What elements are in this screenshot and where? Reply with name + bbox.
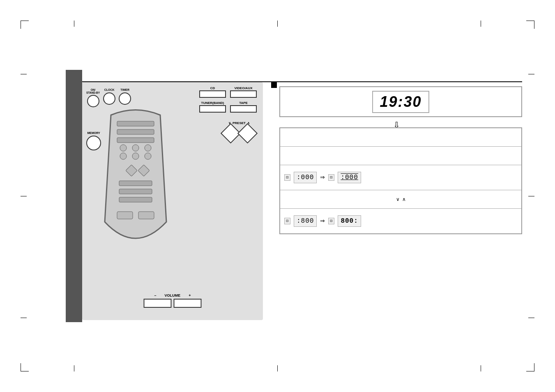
source-buttons: CD VIDEO/AUX TUNER(BAND) TAPE [199,86,257,113]
display-box-1: 19:30 [279,86,522,117]
volume-text: VOLUME [165,293,181,297]
svg-point-8 [145,153,151,159]
video-aux-button-group: VIDEO/AUX [230,86,257,98]
svg-rect-14 [117,212,133,219]
preset-diamonds [223,126,255,141]
timer-label: TIMER [120,88,129,92]
memory-label: MEMORY [87,131,100,135]
svg-rect-2 [117,138,154,143]
step-row-4: ∨ ∧ [280,190,521,209]
cd-button[interactable] [199,90,226,98]
lcd-icon-3: ⊡ [284,218,290,224]
volume-label-row: – VOLUME + [154,293,191,297]
svg-rect-1 [117,129,154,134]
lcd-icon-4: ⊡ [328,218,334,224]
v-symbol: ∨ [396,196,400,203]
reg-left-mid [21,196,27,196]
display-box-2: ⊡ :000 ⇒ ⊡ :000 ∨ ∧ ⊡ :800 ⇒ ⊡ 800: [279,127,522,234]
tuner-band-label: TUNER(BAND) [201,101,224,105]
cd-label: CD [210,86,215,90]
svg-rect-12 [119,189,152,194]
step-row-3: ⊡ :000 ⇒ ⊡ :000 [280,165,521,190]
timer-group: TIMER [119,88,131,105]
step-row-5: ⊡ :800 ⇒ ⊡ 800: [280,209,521,233]
time-display: 19:30 [372,91,429,113]
svg-point-4 [132,145,139,151]
lcd-before-2: :800 [294,215,317,227]
reg-top-left [74,21,74,27]
clock-label: CLOCK [104,88,115,92]
reg-left-top [21,74,27,74]
video-aux-button[interactable] [230,90,257,98]
reg-bot-right [481,365,481,371]
clock-button[interactable] [103,92,115,105]
svg-point-5 [145,145,151,151]
arrow-1: ⇒ [320,173,325,182]
reg-top-right [481,21,481,27]
volume-up-button[interactable] [174,299,202,308]
reg-right-top [528,74,534,74]
corner-mark-tl [21,21,29,29]
preset-label: PRESET [233,121,246,125]
on-standby-label: ON/STAND-BY [86,88,100,94]
on-standby-button[interactable] [87,95,99,107]
volume-button-row [144,299,202,308]
arrow-2: ⇒ [320,217,325,225]
clock-group: CLOCK [103,88,115,105]
volume-down-button[interactable] [144,299,172,308]
source-row-1: CD VIDEO/AUX [199,86,257,98]
reg-bot-left [74,365,74,371]
on-standby-group: ON/STAND-BY [86,88,100,107]
lcd-icon-1: ⊡ [284,174,290,180]
svg-point-6 [120,153,127,159]
cd-button-group: CD [199,86,226,98]
reg-bot-mid [277,365,278,371]
tuner-band-button-group: TUNER(BAND) [199,101,226,113]
reg-right-mid [528,196,534,196]
svg-rect-13 [119,197,152,202]
step-row-5-inner: ⊡ :800 ⇒ ⊡ 800: [284,215,517,227]
left-panel: ON/STAND-BY CLOCK TIMER CD VIDEO/AUX [82,82,263,320]
reg-left-bot [21,318,27,318]
step-row-1 [280,128,521,147]
step-row-2 [280,147,521,165]
tuner-band-button[interactable] [199,105,226,113]
corner-mark-bl [21,363,29,371]
corner-mark-tr [526,21,534,29]
svg-rect-11 [119,181,152,186]
lcd-icon-2: ⊡ [328,174,334,180]
step-row-3-inner: ⊡ :000 ⇒ ⊡ :000 [284,172,517,183]
remote-body-svg [99,107,173,247]
preset-area: ∨ PRESET ∧ [223,121,255,141]
step-row-4-inner: ∨ ∧ [396,196,406,203]
caret-symbol: ∧ [402,196,406,203]
section-bullet [271,82,277,88]
source-row-2: TUNER(BAND) TAPE [199,101,257,113]
volume-area: – VOLUME + [144,293,202,308]
video-aux-label: VIDEO/AUX [234,86,252,90]
lcd-after-1: :000 [338,172,361,183]
remote-area: ON/STAND-BY CLOCK TIMER CD VIDEO/AUX [82,82,263,320]
preset-next-button[interactable] [237,123,258,143]
svg-point-3 [120,145,127,151]
right-panel: 19:30 ⇩ ⊡ :000 ⇒ ⊡ :000 [271,82,522,320]
tape-label: TAPE [239,101,248,105]
reg-right-bot [528,318,534,318]
timer-button[interactable] [119,92,131,105]
corner-mark-br [526,363,534,371]
remote-body [99,107,173,247]
svg-point-7 [132,153,139,159]
reg-top-mid [277,21,278,27]
svg-rect-0 [117,121,154,126]
lcd-before-1: :000 [294,172,317,183]
tape-button[interactable] [230,105,257,113]
tape-button-group: TAPE [230,101,257,113]
lcd-after-2: 800: [338,215,361,227]
volume-minus-label: – [154,293,157,297]
svg-rect-15 [138,212,154,219]
remote-buttons-top: ON/STAND-BY CLOCK TIMER [86,88,131,107]
volume-plus-label: + [189,293,191,297]
sidebar-bar [66,70,82,322]
